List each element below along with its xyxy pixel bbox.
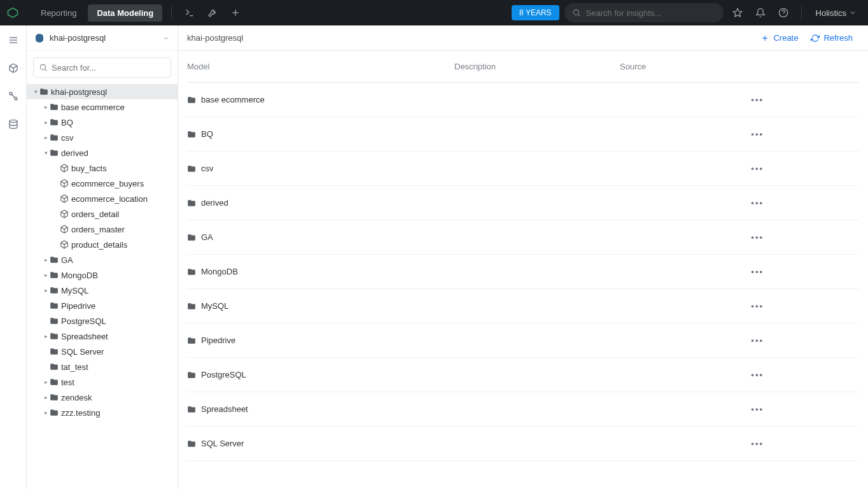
chevron-down-icon [162,34,170,42]
table-row[interactable]: MySQL••• [187,289,859,323]
refresh-button[interactable]: Refresh [804,31,859,45]
tree-folder[interactable]: ▸base ecommerce [27,99,178,115]
table-row[interactable]: MongoDB••• [187,255,859,289]
more-icon[interactable]: ••• [751,439,764,448]
rail-database-icon[interactable] [6,117,20,131]
sidebar-search-input[interactable] [52,63,165,73]
tree-folder[interactable]: tat_test [27,359,178,374]
caret-right-icon: ▸ [42,272,50,278]
star-icon[interactable] [729,4,746,22]
folder-icon [50,378,59,386]
tree-folder[interactable]: ▸MySQL [27,283,178,298]
more-icon[interactable]: ••• [751,198,764,208]
tree-folder[interactable]: ▸test [27,374,178,390]
folder-icon [187,371,196,379]
row-name: derived [201,198,228,208]
more-icon[interactable]: ••• [751,370,764,379]
rail-menu-icon[interactable] [6,33,20,47]
global-search-input[interactable] [586,8,716,18]
svg-point-16 [10,120,17,122]
tree-model[interactable]: orders_master [27,222,178,237]
row-name: SQL Server [201,439,244,448]
tree-label: orders_master [71,225,125,234]
rail-relationship-icon[interactable] [6,89,20,103]
tree-root[interactable]: ▾khai-postgresql [27,84,178,99]
cube-icon [60,209,69,218]
tree-model[interactable]: ecommerce_location [27,191,178,206]
table-row[interactable]: PostgreSQL••• [187,358,859,392]
nav-tab-data-modeling[interactable]: Data Modeling [88,4,162,22]
folder-icon [50,133,59,142]
plus-icon[interactable] [227,4,244,22]
more-icon[interactable]: ••• [751,301,764,311]
table-row[interactable]: derived••• [187,186,859,220]
tree-folder[interactable]: SQL Server [27,344,178,359]
more-icon[interactable]: ••• [751,336,764,345]
row-name: csv [201,164,214,173]
more-icon[interactable]: ••• [751,129,764,139]
column-description: Description [454,62,620,71]
table-row[interactable]: GA••• [187,220,859,255]
tree-folder[interactable]: ▸zendesk [27,390,178,405]
create-button[interactable]: Create [754,31,804,45]
more-icon[interactable]: ••• [751,164,764,173]
logo-icon [6,6,19,19]
tree-folder[interactable]: ▾derived [27,145,178,160]
table-row[interactable]: Spreadsheet••• [187,392,859,427]
tree-label: MySQL [61,286,88,295]
tree-folder[interactable]: ▸MongoDB [27,267,178,283]
wrench-icon[interactable] [204,4,221,22]
tree-label: orders_detail [71,209,119,219]
bell-icon[interactable] [752,4,769,22]
rail-cube-icon[interactable] [6,61,20,75]
tree-folder[interactable]: PostgreSQL [27,313,178,329]
tree-model[interactable]: buy_facts [27,160,178,176]
folder-icon [187,164,196,173]
svg-point-4 [573,10,578,15]
more-icon[interactable]: ••• [751,232,764,242]
more-icon[interactable]: ••• [751,95,764,104]
row-name: GA [201,232,213,242]
table-row[interactable]: csv••• [187,152,859,186]
sidebar-source-selector[interactable]: khai-postgresql [27,25,178,51]
tree-folder[interactable]: ▸Spreadsheet [27,329,178,344]
svg-point-13 [10,92,12,95]
table-row[interactable]: Pipedrive••• [187,323,859,358]
more-icon[interactable]: ••• [751,267,764,276]
caret-right-icon: ▸ [42,287,50,294]
svg-line-5 [578,15,580,17]
caret-right-icon: ▸ [42,333,50,339]
row-name: PostgreSQL [201,370,246,379]
breadcrumb: khai-postgresql [187,33,754,43]
tree-model[interactable]: orders_detail [27,206,178,222]
terminal-icon[interactable] [181,4,199,22]
tree-folder[interactable]: ▸zzz.testing [27,405,178,420]
global-search[interactable] [564,3,724,22]
account-menu[interactable]: Holistics [811,8,862,18]
tree-label: zzz.testing [61,408,100,418]
table-row[interactable]: BQ••• [187,117,859,152]
folder-icon [50,103,59,111]
tree-folder[interactable]: ▸GA [27,252,178,267]
more-icon[interactable]: ••• [751,404,764,414]
tree-folder[interactable]: ▸BQ [27,115,178,130]
table-row[interactable]: SQL Server••• [187,427,859,461]
table-row[interactable]: base ecommerce••• [187,83,859,117]
refresh-icon [811,34,820,43]
tree-model[interactable]: product_details [27,237,178,252]
tree-folder[interactable]: ▸csv [27,130,178,145]
cube-icon [60,240,69,249]
row-name: Spreadsheet [201,404,248,414]
chevron-down-icon [849,9,857,17]
caret-right-icon: ▸ [42,257,50,263]
search-icon [572,8,581,17]
folder-icon [187,267,196,276]
nav-tab-reporting[interactable]: Reporting [32,4,85,22]
help-icon[interactable] [774,4,792,22]
tree-model[interactable]: ecommerce_buyers [27,176,178,191]
sidebar-search[interactable] [33,57,171,78]
nav-divider [801,6,802,19]
svg-line-15 [11,95,15,98]
tree-folder[interactable]: Pipedrive [27,298,178,313]
nav-tabs: Reporting Data Modeling [32,4,162,22]
